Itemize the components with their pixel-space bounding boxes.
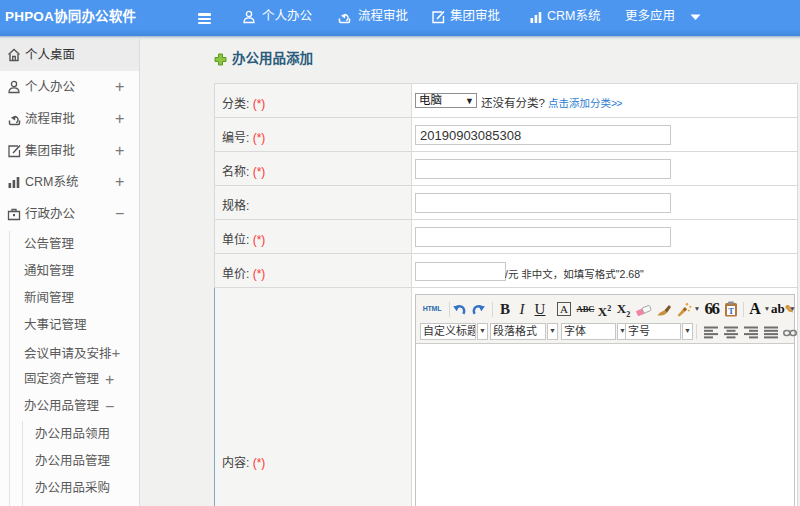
svg-text:T: T bbox=[728, 306, 734, 316]
